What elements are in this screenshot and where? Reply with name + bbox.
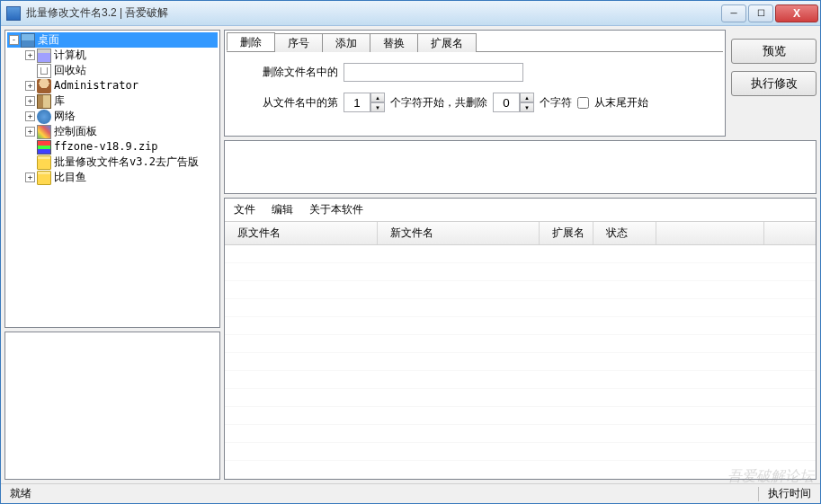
i-cpanel-icon bbox=[37, 125, 51, 139]
log-panel bbox=[224, 140, 817, 194]
i-folder-icon bbox=[37, 155, 51, 170]
list-menubar: 文件编辑关于本软件 bbox=[225, 199, 816, 221]
file-list-panel: 文件编辑关于本软件 原文件名新文件名扩展名状态 bbox=[224, 198, 817, 480]
tree-item[interactable]: +控制面板 bbox=[7, 124, 218, 139]
label-delete-text: 删除文件名中的 bbox=[263, 65, 338, 80]
delete-count-input[interactable] bbox=[493, 93, 520, 112]
tree-expand-icon[interactable]: + bbox=[25, 111, 35, 121]
tree-expand-icon[interactable]: - bbox=[9, 35, 19, 45]
status-ready: 就绪 bbox=[1, 486, 40, 501]
i-lib-icon bbox=[37, 94, 51, 109]
label-from-end: 从末尾开始 bbox=[594, 95, 648, 111]
start-pos-input[interactable] bbox=[344, 93, 370, 112]
tab-2[interactable]: 添加 bbox=[322, 33, 370, 52]
count-up[interactable]: ▲ bbox=[520, 93, 534, 102]
status-time: 执行时间 bbox=[759, 486, 820, 501]
tree-expand-icon[interactable]: + bbox=[25, 50, 35, 60]
window-title: 批量修改文件名3.2 | 吾爱破解 bbox=[26, 5, 721, 21]
tree-item-label: 网络 bbox=[54, 109, 76, 124]
i-folder-icon bbox=[37, 171, 51, 185]
menu-item[interactable]: 文件 bbox=[234, 202, 255, 217]
column-header[interactable]: 新文件名 bbox=[378, 222, 540, 244]
i-net-icon bbox=[37, 110, 51, 124]
window-controls: ─ ☐ X bbox=[721, 4, 820, 22]
tree-expand-icon[interactable]: + bbox=[25, 172, 35, 182]
tree-item-label: ffzone-v18.9.zip bbox=[54, 139, 158, 155]
tree-item[interactable]: +库 bbox=[7, 93, 218, 109]
i-desktop-icon bbox=[21, 33, 35, 48]
app-icon bbox=[6, 6, 21, 21]
tree-expand-icon[interactable]: + bbox=[25, 81, 35, 91]
tree-item-label: 批量修改文件名v3.2去广告版 bbox=[54, 155, 199, 170]
tree-expand-icon[interactable]: + bbox=[25, 127, 35, 137]
column-header[interactable] bbox=[656, 222, 764, 244]
i-zip-icon bbox=[37, 140, 51, 155]
count-down[interactable]: ▼ bbox=[520, 102, 534, 112]
minimize-button[interactable]: ─ bbox=[721, 4, 746, 22]
preview-button[interactable]: 预览 bbox=[731, 39, 817, 64]
tab-3[interactable]: 替换 bbox=[370, 33, 418, 52]
i-user-icon bbox=[37, 79, 51, 93]
column-header[interactable]: 状态 bbox=[593, 222, 656, 244]
label-from-char: 从文件名中的第 bbox=[263, 95, 338, 111]
folder-tree[interactable]: -桌面+计算机回收站+Administrator+库+网络+控制面板ffzone… bbox=[4, 30, 220, 328]
tab-bar: 删除序号添加替换扩展名 bbox=[227, 32, 723, 52]
grid-body[interactable] bbox=[225, 245, 816, 479]
tree-item[interactable]: 回收站 bbox=[7, 63, 218, 78]
start-pos-down[interactable]: ▼ bbox=[370, 102, 385, 112]
apply-button[interactable]: 执行修改 bbox=[731, 71, 817, 96]
titlebar: 批量修改文件名3.2 | 吾爱破解 ─ ☐ X bbox=[1, 1, 820, 26]
statusbar: 就绪 执行时间 bbox=[1, 483, 820, 503]
label-char-count: 个字符开始，共删除 bbox=[390, 95, 487, 111]
tree-item-label: 库 bbox=[54, 93, 65, 109]
tree-item[interactable]: +Administrator bbox=[7, 78, 218, 93]
menu-item[interactable]: 编辑 bbox=[272, 202, 293, 217]
close-button[interactable]: X bbox=[775, 4, 818, 22]
from-end-checkbox[interactable] bbox=[577, 97, 589, 109]
tree-item-label: 比目鱼 bbox=[54, 170, 86, 185]
tree-item[interactable]: +网络 bbox=[7, 109, 218, 124]
options-panel: 删除序号添加替换扩展名 删除文件名中的 从文件名中的第 ▲ bbox=[224, 30, 726, 137]
tree-item-label: 计算机 bbox=[54, 48, 86, 63]
menu-item[interactable]: 关于本软件 bbox=[309, 202, 363, 217]
delete-text-input[interactable] bbox=[344, 63, 523, 82]
tree-item-label: 回收站 bbox=[54, 63, 86, 78]
tree-item[interactable]: -桌面 bbox=[7, 32, 218, 48]
tree-item-label: 控制面板 bbox=[54, 124, 97, 139]
tab-4[interactable]: 扩展名 bbox=[417, 33, 477, 52]
tree-item[interactable]: +比目鱼 bbox=[7, 170, 218, 185]
i-computer-icon bbox=[37, 49, 51, 63]
tree-item[interactable]: +计算机 bbox=[7, 48, 218, 63]
tree-item[interactable]: 批量修改文件名v3.2去广告版 bbox=[7, 155, 218, 170]
grid-header: 原文件名新文件名扩展名状态 bbox=[225, 221, 816, 245]
tree-item-label: 桌面 bbox=[38, 32, 59, 48]
preview-panel bbox=[4, 332, 220, 480]
tab-0[interactable]: 删除 bbox=[227, 32, 275, 51]
maximize-button[interactable]: ☐ bbox=[748, 4, 773, 22]
start-pos-up[interactable]: ▲ bbox=[370, 93, 385, 102]
column-header[interactable]: 扩展名 bbox=[540, 222, 593, 244]
tab-1[interactable]: 序号 bbox=[274, 33, 323, 52]
tree-item-label: Administrator bbox=[54, 78, 138, 93]
tree-expand-icon[interactable]: + bbox=[25, 96, 35, 106]
label-chars: 个字符 bbox=[540, 95, 572, 111]
i-recycle-icon bbox=[37, 64, 51, 78]
column-header[interactable]: 原文件名 bbox=[225, 222, 378, 244]
tree-item[interactable]: ffzone-v18.9.zip bbox=[7, 139, 218, 155]
